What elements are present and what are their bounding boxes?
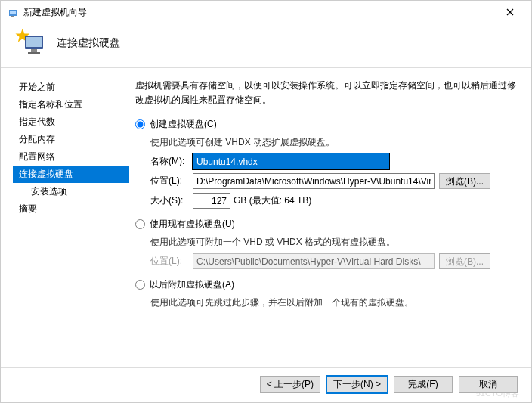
header-icon <box>14 28 48 58</box>
sidebar-item-network[interactable]: 配置网络 <box>13 148 129 166</box>
previous-button[interactable]: < 上一步(P) <box>260 376 320 393</box>
existing-location-label: 位置(L): <box>150 255 193 268</box>
page-title: 连接虚拟硬盘 <box>57 36 120 50</box>
size-unit-text: GB (最大值: 64 TB) <box>234 194 311 207</box>
svg-rect-5 <box>26 37 42 47</box>
svg-rect-2 <box>11 16 14 17</box>
sidebar-item-memory[interactable]: 分配内存 <box>13 131 129 148</box>
disk-name-input[interactable] <box>193 153 389 169</box>
option-later-disk: 以后附加虚拟硬盘(A) 使用此选项可先跳过此步骤，并在以后附加一个现有的虚拟硬盘… <box>135 278 518 309</box>
radio-create-disk[interactable] <box>135 119 145 129</box>
browse-button-existing: 浏览(B)... <box>439 253 490 269</box>
location-label: 位置(L): <box>150 175 193 188</box>
window-title: 新建虚拟机向导 <box>23 6 495 19</box>
option-later-desc: 使用此选项可先跳过此步骤，并在以后附加一个现有的虚拟硬盘。 <box>150 296 518 309</box>
close-button[interactable] <box>495 2 525 23</box>
option-later-label: 以后附加虚拟硬盘(A) <box>150 278 234 291</box>
option-create-label: 创建虚拟硬盘(C) <box>150 118 217 131</box>
svg-rect-1 <box>10 11 16 14</box>
sidebar-item-install-options[interactable]: 安装选项 <box>13 183 129 200</box>
svg-rect-7 <box>28 52 40 54</box>
finish-button[interactable]: 完成(F) <box>394 376 453 393</box>
option-existing-disk: 使用现有虚拟硬盘(U) 使用此选项可附加一个 VHD 或 VHDX 格式的现有虚… <box>135 218 518 269</box>
wizard-content: 虚拟机需要具有存储空间，以便可以安装操作系统。可以立即指定存储空间，也可以稍后通… <box>129 68 531 363</box>
option-create-desc: 使用此选项可创建 VHDX 动态扩展虚拟硬盘。 <box>150 135 518 149</box>
wizard-icon <box>7 6 19 18</box>
close-icon <box>506 8 514 16</box>
sidebar-item-before-begin[interactable]: 开始之前 <box>13 79 129 96</box>
wizard-steps-sidebar: 开始之前 指定名称和位置 指定代数 分配内存 配置网络 连接虚拟硬盘 安装选项 … <box>1 68 129 363</box>
browse-button-create[interactable]: 浏览(B)... <box>439 173 490 189</box>
option-existing-desc: 使用此选项可附加一个 VHD 或 VHDX 格式的现有虚拟硬盘。 <box>150 235 518 249</box>
wizard-header: 连接虚拟硬盘 <box>1 23 531 68</box>
size-label: 大小(S): <box>150 194 193 207</box>
existing-location-input <box>193 253 435 269</box>
svg-rect-6 <box>31 49 37 52</box>
sidebar-item-hard-disk[interactable]: 连接虚拟硬盘 <box>13 166 129 183</box>
radio-existing-disk[interactable] <box>135 219 145 229</box>
radio-later-disk[interactable] <box>135 280 145 290</box>
option-create-disk: 创建虚拟硬盘(C) 使用此选项可创建 VHDX 动态扩展虚拟硬盘。 名称(M):… <box>135 118 518 209</box>
disk-location-input[interactable] <box>193 173 435 189</box>
content-description: 虚拟机需要具有存储空间，以便可以安装操作系统。可以立即指定存储空间，也可以稍后通… <box>135 79 518 107</box>
sidebar-item-name-location[interactable]: 指定名称和位置 <box>13 96 129 113</box>
name-label: 名称(M): <box>150 155 193 168</box>
sidebar-item-generation[interactable]: 指定代数 <box>13 113 129 131</box>
disk-size-input[interactable] <box>193 193 230 209</box>
cancel-button[interactable]: 取消 <box>459 376 518 393</box>
option-existing-label: 使用现有虚拟硬盘(U) <box>150 218 235 231</box>
sidebar-item-summary[interactable]: 摘要 <box>13 200 129 218</box>
title-bar: 新建虚拟机向导 <box>1 1 531 23</box>
next-button[interactable]: 下一步(N) > <box>326 376 388 393</box>
wizard-footer: < 上一步(P) 下一步(N) > 完成(F) 取消 <box>1 367 531 402</box>
